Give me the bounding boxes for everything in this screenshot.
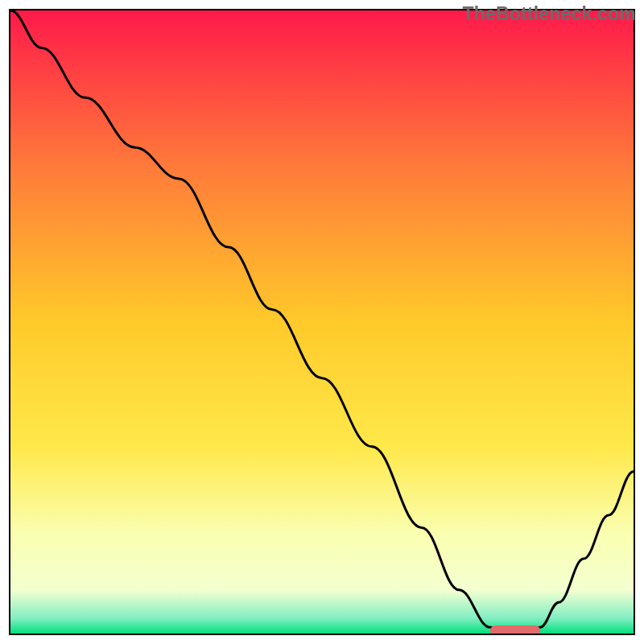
bottleneck-chart: TheBottleneck.com: [0, 0, 644, 644]
watermark-text: TheBottleneck.com: [462, 3, 636, 25]
curve-layer: [10, 10, 634, 634]
optimal-region-marker: [490, 625, 540, 635]
chart-frame: [9, 9, 635, 635]
bottleneck-curve: [10, 10, 634, 634]
